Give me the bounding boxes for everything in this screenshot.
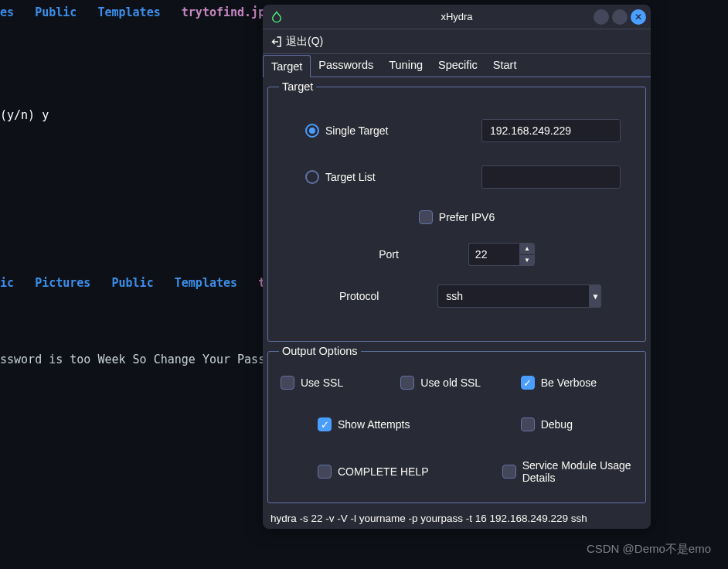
menubar: 退出(Q) <box>263 29 651 54</box>
radio-icon <box>305 124 319 138</box>
terminal-text: es <box>0 5 14 19</box>
port-spinner[interactable]: ▲ ▼ <box>468 243 535 266</box>
protocol-dropdown[interactable]: ▼ <box>437 284 601 308</box>
panel: Target Single Target Target List <box>263 77 651 508</box>
use-ssl-checkbox[interactable]: Use SSL <box>281 376 393 390</box>
debug-checkbox[interactable]: Debug <box>521 417 633 431</box>
output-options-legend: Output Options <box>279 345 361 357</box>
radio-icon <box>305 170 319 184</box>
tab-specific[interactable]: Specific <box>430 54 485 77</box>
service-module-checkbox[interactable]: Service Module Usage Details <box>502 459 633 484</box>
checkbox-icon <box>419 210 433 224</box>
watermark: CSDN @Demo不是emo <box>587 542 711 557</box>
target-list-label: Target List <box>325 171 376 183</box>
show-attempts-label: Show Attempts <box>338 418 410 431</box>
terminal-text: Pictures <box>35 276 90 290</box>
terminal-text: ssword is too Week So Change Your Passwo… <box>0 350 293 369</box>
tab-passwords[interactable]: Passwords <box>311 54 381 77</box>
single-target-label: Single Target <box>325 124 388 137</box>
terminal-text: Templates <box>175 276 237 290</box>
exit-menu-item[interactable]: 退出(Q) <box>286 35 323 49</box>
dropdown-button[interactable]: ▼ <box>589 284 601 308</box>
terminal-text: Public <box>35 5 77 19</box>
xhydra-window: xHydra ✕ 退出(Q) Target Passwords Tuning S… <box>263 5 651 529</box>
checkbox-icon <box>502 465 516 479</box>
close-button[interactable]: ✕ <box>631 9 646 25</box>
checkbox-icon <box>318 465 332 479</box>
output-options-fieldset: Output Options Use SSL Use old SSL ✓ Be … <box>267 345 646 503</box>
target-list-input[interactable] <box>481 165 621 189</box>
checkbox-icon <box>521 417 535 431</box>
terminal-text: Templates <box>97 5 160 19</box>
show-attempts-checkbox[interactable]: ✓ Show Attempts <box>281 417 513 431</box>
terminal-text: Public <box>112 276 154 290</box>
port-label: Port <box>379 248 399 261</box>
prefer-ipv6-label: Prefer IPV6 <box>439 211 495 223</box>
checkbox-icon: ✓ <box>318 417 332 431</box>
checkbox-icon: ✓ <box>521 376 535 390</box>
be-verbose-checkbox[interactable]: ✓ Be Verbose <box>521 376 633 390</box>
service-module-label: Service Module Usage Details <box>522 459 633 484</box>
target-list-radio[interactable]: Target List <box>305 170 376 184</box>
terminal-text: (y/n) y <box>0 106 49 124</box>
app-icon <box>270 11 283 23</box>
single-target-radio[interactable]: Single Target <box>305 124 388 138</box>
protocol-label: Protocol <box>339 290 379 302</box>
use-old-ssl-label: Use old SSL <box>420 376 481 389</box>
port-input[interactable] <box>468 243 519 266</box>
prefer-ipv6-checkbox[interactable]: Prefer IPV6 <box>419 210 495 224</box>
port-down-button[interactable]: ▼ <box>520 255 534 266</box>
protocol-input[interactable] <box>437 284 589 308</box>
tabs: Target Passwords Tuning Specific Start <box>263 54 651 77</box>
debug-label: Debug <box>541 418 573 431</box>
use-ssl-label: Use SSL <box>301 376 343 389</box>
complete-help-label: COMPLETE HELP <box>338 465 428 478</box>
minimize-button[interactable] <box>594 9 609 25</box>
single-target-input[interactable] <box>481 119 621 142</box>
exit-icon <box>269 35 283 49</box>
target-fieldset: Target Single Target Target List <box>267 80 646 342</box>
complete-help-checkbox[interactable]: COMPLETE HELP <box>281 459 513 484</box>
terminal-text: ic <box>0 276 14 290</box>
port-up-button[interactable]: ▲ <box>520 244 534 255</box>
maximize-button[interactable] <box>612 9 628 25</box>
terminal-text: trytofind.jpg <box>182 5 272 19</box>
window-title: xHydra <box>441 11 472 22</box>
terminal-background: es Public Templates trytofind.jpg Videos… <box>0 0 728 3</box>
be-verbose-label: Be Verbose <box>541 376 597 389</box>
checkbox-icon <box>281 376 294 390</box>
status-bar: hydra -s 22 -v -V -l yourname -p yourpas… <box>263 508 651 529</box>
checkbox-icon <box>400 376 414 390</box>
tab-target[interactable]: Target <box>263 55 311 77</box>
titlebar[interactable]: xHydra ✕ <box>263 5 651 29</box>
use-old-ssl-checkbox[interactable]: Use old SSL <box>400 376 512 390</box>
tab-start[interactable]: Start <box>485 54 525 77</box>
tab-tuning[interactable]: Tuning <box>381 54 430 77</box>
target-legend: Target <box>279 80 316 93</box>
